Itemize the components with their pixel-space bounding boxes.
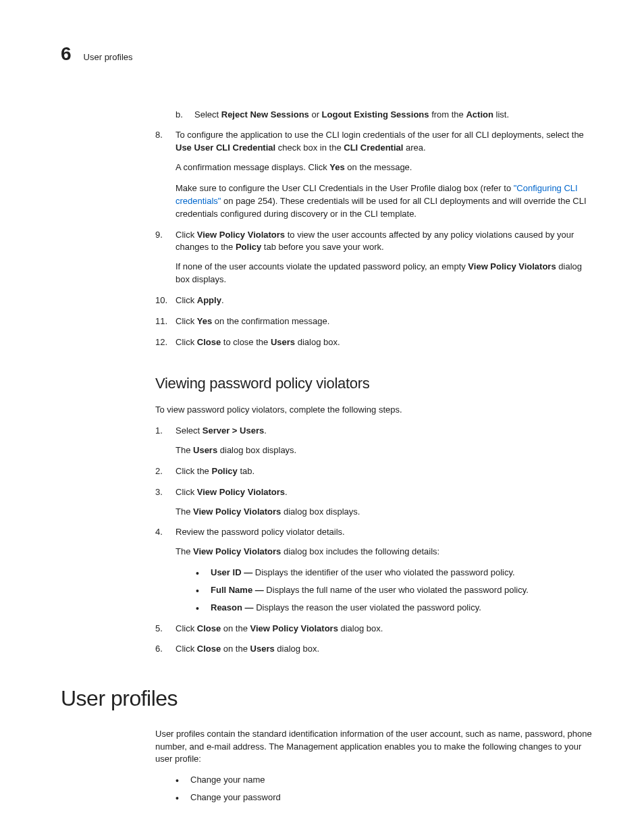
text: dialog box includes the following detail… (281, 546, 439, 556)
bold-text: Logout Existing Sessions (322, 109, 429, 120)
paragraph: To view password policy violators, compl… (155, 404, 597, 417)
step-10: 10. Click Apply. (155, 294, 597, 307)
substep-list: b. Select Reject New Sessions or Logout … (155, 109, 597, 122)
section-heading: Viewing password policy violators (155, 373, 597, 394)
step-1: 1. Select Server > Users. The Users dial… (155, 425, 597, 457)
bold-text: Use User CLI Credential (176, 142, 275, 153)
text: . (285, 487, 288, 497)
page-header: 6 User profiles (61, 41, 597, 68)
bullet-list: Change your name Change your password (155, 774, 597, 804)
bullet-list: User ID — Displays the identifier of the… (176, 567, 597, 615)
step-number: 12. (155, 336, 167, 349)
text: on the (221, 644, 250, 654)
chapter-title: User profiles (84, 51, 133, 64)
bold-text: Users (250, 644, 275, 654)
step-8: 8. To configure the application to use t… (155, 129, 597, 220)
text: on the (221, 623, 250, 633)
text: If none of the user accounts violate the… (176, 261, 468, 271)
step-number: 3. (155, 486, 163, 499)
bold-text: Policy (236, 242, 261, 252)
text: on the message. (345, 162, 412, 172)
text: Select (194, 109, 221, 120)
text: to close the (221, 337, 271, 347)
text: To configure the application to use the … (176, 130, 584, 140)
substep-letter: b. (176, 109, 183, 122)
step-number: 9. (155, 229, 163, 242)
bold-text: Apply (197, 295, 221, 305)
text: A confirmation message displays. Click (176, 162, 329, 172)
bold-text: Policy (211, 466, 237, 476)
step-2: 2. Click the Policy tab. (155, 465, 597, 478)
bold-text: Full Name — (211, 585, 266, 595)
bold-text: View Policy Violators (193, 546, 281, 556)
bold-text: View Policy Violators (193, 506, 281, 517)
bold-text: CLI Credential (344, 142, 403, 153)
bold-text: Yes (197, 316, 212, 326)
text: Make sure to configure the User CLI Cred… (176, 183, 514, 193)
bold-text: View Policy Violators (197, 487, 285, 497)
text: check box in the (275, 142, 344, 153)
paragraph: The View Policy Violators dialog box inc… (176, 546, 597, 558)
step-11: 11. Click Yes on the confirmation messag… (155, 315, 597, 328)
substep-b: b. Select Reject New Sessions or Logout … (176, 109, 597, 122)
text: Displays the full name of the user who v… (266, 585, 529, 595)
text: The (176, 506, 193, 517)
text: Click (176, 295, 197, 305)
step-number: 8. (155, 129, 163, 142)
paragraph: The Users dialog box displays. (176, 444, 597, 457)
list-item: Reason — Displays the reason the user vi… (196, 602, 597, 615)
text: Click the (176, 466, 211, 476)
step-list: 8. To configure the application to use t… (155, 129, 597, 348)
text: Click (176, 230, 197, 240)
chapter-number: 6 (61, 41, 72, 68)
text: Displays the identifier of the user who … (255, 567, 515, 577)
step-9: 9. Click View Policy Violators to view t… (155, 229, 597, 286)
paragraph: A confirmation message displays. Click Y… (176, 161, 597, 174)
text: Click (176, 316, 197, 326)
paragraph: User profiles contain the standard ident… (155, 728, 597, 766)
text: The (176, 546, 193, 556)
text: tab. (238, 466, 254, 476)
text: on page 254). These credentials will be … (176, 196, 587, 219)
list-item: Change your name (176, 774, 597, 787)
step-number: 1. (155, 425, 163, 438)
list-item: User ID — Displays the identifier of the… (196, 567, 597, 579)
text: area. (403, 142, 425, 153)
paragraph: If none of the user accounts violate the… (176, 261, 597, 286)
text: Click (176, 337, 197, 347)
bold-text: Reason — (211, 602, 256, 613)
step-3: 3. Click View Policy Violators. The View… (155, 486, 597, 519)
bold-text: View Policy Violators (468, 261, 556, 271)
text: Select (176, 425, 203, 436)
text: dialog box displays. (217, 445, 296, 455)
step-number: 11. (155, 315, 167, 328)
text: tab before you save your work. (261, 242, 383, 252)
bold-text: Reject New Sessions (221, 109, 309, 120)
text: The (176, 445, 193, 455)
bold-text: Server > Users (203, 425, 264, 436)
paragraph: Make sure to configure the User CLI Cred… (176, 182, 597, 221)
text: Displays the reason the user violated th… (256, 602, 481, 613)
text: dialog box. (295, 337, 340, 347)
text: on the confirmation message. (212, 316, 329, 326)
step-number: 6. (155, 643, 163, 656)
paragraph: The View Policy Violators dialog box dis… (176, 506, 597, 519)
bold-text: User ID — (211, 567, 255, 577)
bold-text: View Policy Violators (197, 230, 285, 240)
bold-text: View Policy Violators (250, 623, 338, 633)
step-number: 10. (155, 294, 167, 307)
step-number: 2. (155, 465, 163, 478)
page-content: b. Select Reject New Sessions or Logout … (155, 109, 597, 804)
text: . (221, 295, 224, 305)
step-4: 4. Review the password policy violator d… (155, 526, 597, 614)
text: list. (493, 109, 509, 120)
text: Review the password policy violator deta… (176, 527, 345, 537)
text: . (264, 425, 267, 436)
step-number: 5. (155, 623, 163, 635)
text: from the (429, 109, 466, 120)
step-6: 6. Click Close on the Users dialog box. (155, 643, 597, 656)
bold-text: Yes (329, 162, 344, 172)
bold-text: Users (271, 337, 295, 347)
bold-text: Close (197, 337, 221, 347)
text: Click (176, 487, 197, 497)
